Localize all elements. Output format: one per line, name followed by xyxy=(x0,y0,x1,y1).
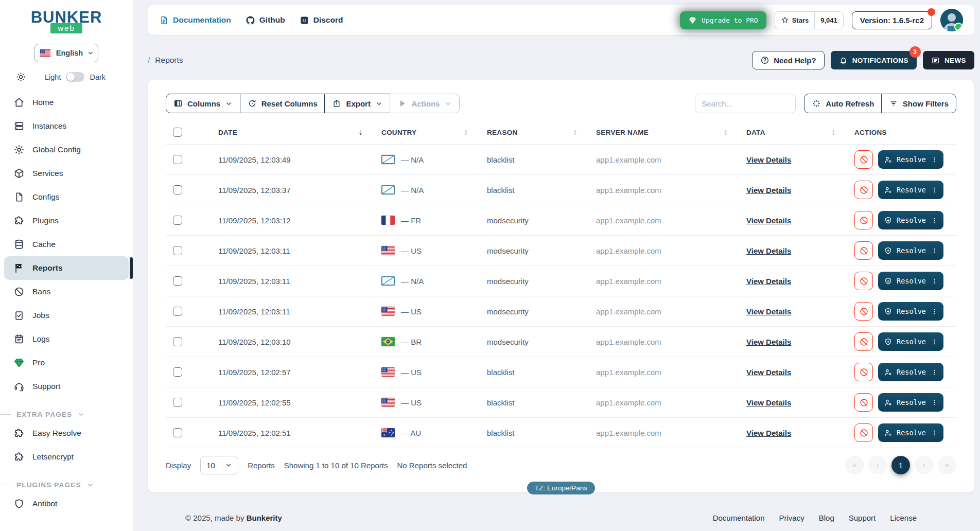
row-checkbox[interactable] xyxy=(173,276,182,286)
footer-link-license[interactable]: License xyxy=(890,514,917,522)
ban-button[interactable] xyxy=(854,241,873,260)
resolve-button[interactable]: Resolve xyxy=(878,393,943,412)
sidebar-item-reports[interactable]: Reports xyxy=(4,256,129,280)
view-details-link[interactable]: View Details xyxy=(746,216,791,225)
language-selector[interactable]: English xyxy=(34,44,98,62)
view-details-link[interactable]: View Details xyxy=(746,338,791,346)
view-details-link[interactable]: View Details xyxy=(746,429,791,437)
row-checkbox[interactable] xyxy=(173,155,182,164)
sidebar-item-configs[interactable]: Configs xyxy=(4,185,129,209)
view-details-link[interactable]: View Details xyxy=(746,186,791,194)
resolve-button[interactable]: Resolve xyxy=(878,363,943,381)
avatar[interactable] xyxy=(940,9,963,31)
sidebar-item-bans[interactable]: Bans xyxy=(4,280,129,304)
sidebar-item-support[interactable]: Support xyxy=(4,375,129,398)
resolve-button[interactable]: Resolve xyxy=(878,423,943,442)
row-checkbox[interactable] xyxy=(173,216,182,225)
row-checkbox[interactable] xyxy=(173,398,182,407)
kebab-menu-icon[interactable] xyxy=(931,338,938,346)
version-badge[interactable]: Version: 1.6.5-rc2 xyxy=(852,11,932,29)
row-checkbox[interactable] xyxy=(173,185,182,194)
kebab-menu-icon[interactable] xyxy=(931,156,938,164)
ban-button[interactable] xyxy=(854,272,873,290)
footer-link-blog[interactable]: Blog xyxy=(819,514,834,522)
resolve-button[interactable]: Resolve xyxy=(878,150,943,169)
page-button--[interactable]: » xyxy=(938,456,956,474)
ban-button[interactable] xyxy=(854,150,873,169)
column-header-country[interactable]: COUNTRY xyxy=(381,129,416,136)
export-button[interactable]: Export xyxy=(324,94,391,113)
view-details-link[interactable]: View Details xyxy=(746,246,791,255)
sidebar-item-plugins[interactable]: Plugins xyxy=(4,209,129,233)
kebab-menu-icon[interactable] xyxy=(931,308,938,315)
ban-button[interactable] xyxy=(854,332,873,351)
page-button-current[interactable]: 1 xyxy=(891,456,910,474)
sidebar-item-pro[interactable]: Pro xyxy=(4,351,129,375)
kebab-menu-icon[interactable] xyxy=(931,217,938,224)
sidebar-item-home[interactable]: Home xyxy=(4,91,129,114)
resolve-button[interactable]: Resolve xyxy=(878,181,943,199)
reset-columns-button[interactable]: Reset Columns xyxy=(240,94,325,113)
kebab-menu-icon[interactable] xyxy=(931,429,938,437)
show-filters-button[interactable]: Show Filters xyxy=(881,94,956,113)
kebab-menu-icon[interactable] xyxy=(931,399,938,406)
sort-icon[interactable]: ▲▼ xyxy=(831,129,836,135)
resolve-button[interactable]: Resolve xyxy=(878,241,943,260)
resolve-button[interactable]: Resolve xyxy=(878,211,943,229)
row-checkbox[interactable] xyxy=(173,307,182,316)
column-header-reason[interactable]: REASON xyxy=(487,129,518,136)
footer-link-documentation[interactable]: Documentation xyxy=(713,514,765,522)
sidebar-item-jobs[interactable]: Jobs xyxy=(4,304,129,327)
select-all-checkbox[interactable] xyxy=(173,128,182,137)
top-link-discord[interactable]: Discord xyxy=(300,15,343,25)
sidebar-item-instances[interactable]: Instances xyxy=(4,114,129,138)
ban-button[interactable] xyxy=(854,302,873,321)
need-help-button[interactable]: Need Help? xyxy=(752,51,825,69)
ban-button[interactable] xyxy=(854,181,873,199)
ban-button[interactable] xyxy=(854,363,873,381)
ban-button[interactable] xyxy=(854,423,873,442)
kebab-menu-icon[interactable] xyxy=(931,368,938,376)
kebab-menu-icon[interactable] xyxy=(931,247,938,255)
column-header-date[interactable]: DATE xyxy=(218,129,237,136)
row-checkbox[interactable] xyxy=(173,428,182,437)
sidebar-item-letsencrypt[interactable]: Letsencrypt xyxy=(4,445,129,469)
columns-button[interactable]: Columns xyxy=(166,94,240,113)
row-checkbox[interactable] xyxy=(173,246,182,255)
view-details-link[interactable]: View Details xyxy=(746,398,791,407)
sort-icon[interactable]: ▲▼ xyxy=(573,129,577,135)
resolve-button[interactable]: Resolve xyxy=(878,272,943,290)
page-button--[interactable]: « xyxy=(845,456,864,474)
sort-icon[interactable]: ▲▼ xyxy=(464,129,468,135)
page-button--[interactable]: › xyxy=(915,456,933,474)
search-input[interactable] xyxy=(695,94,796,113)
notifications-button[interactable]: NOTIFICATIONS 3 xyxy=(831,51,917,69)
row-checkbox[interactable] xyxy=(173,337,182,346)
sidebar-item-cache[interactable]: Cache xyxy=(4,233,129,256)
top-link-github[interactable]: Github xyxy=(246,15,285,25)
per-page-select[interactable]: 10 xyxy=(200,456,238,474)
column-header-data[interactable]: DATA xyxy=(746,129,765,136)
actions-button[interactable]: Actions xyxy=(390,94,460,113)
sidebar-item-logs[interactable]: Logs xyxy=(4,327,129,351)
row-checkbox[interactable] xyxy=(173,367,182,377)
resolve-button[interactable]: Resolve xyxy=(878,302,943,321)
sort-icon[interactable]: ▲▼ xyxy=(723,129,728,135)
top-link-documentation[interactable]: Documentation xyxy=(159,15,231,25)
sidebar-section-plugins-pages[interactable]: PLUGINS PAGES xyxy=(0,481,133,489)
view-details-link[interactable]: View Details xyxy=(746,155,791,164)
view-details-link[interactable]: View Details xyxy=(746,368,791,377)
view-details-link[interactable]: View Details xyxy=(746,277,791,286)
ban-button[interactable] xyxy=(854,211,873,229)
resolve-button[interactable]: Resolve xyxy=(878,332,943,351)
footer-link-privacy[interactable]: Privacy xyxy=(779,514,804,522)
ban-button[interactable] xyxy=(854,393,873,412)
column-header-server-name[interactable]: SERVER NAME xyxy=(596,129,649,136)
sidebar-section-extra-pages[interactable]: EXTRA PAGES xyxy=(0,411,133,418)
sort-icon[interactable]: ▲▼ xyxy=(358,129,363,135)
view-details-link[interactable]: View Details xyxy=(746,307,791,316)
kebab-menu-icon[interactable] xyxy=(931,186,938,194)
sidebar-item-antibot[interactable]: Antibot xyxy=(4,492,129,516)
theme-toggle[interactable] xyxy=(66,72,84,82)
footer-link-support[interactable]: Support xyxy=(849,514,876,522)
